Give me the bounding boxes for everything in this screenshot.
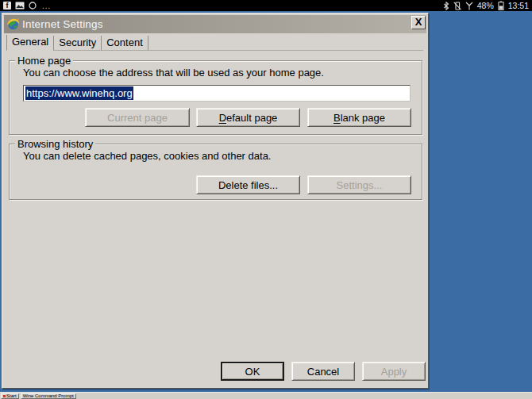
cancel-button[interactable]: Cancel	[291, 362, 355, 381]
battery-percent-label: 48%	[477, 1, 494, 10]
home-page-url-selected-text: https://www.winehq.org	[25, 86, 133, 100]
settings-button: Settings...	[307, 175, 411, 194]
gallery-notification-icon	[15, 2, 25, 10]
blank-page-button-label: Blank page	[333, 112, 385, 124]
internet-settings-window: Internet Settings X General Security Con…	[2, 13, 429, 389]
current-page-button-label: Current page	[107, 112, 168, 124]
browsing-history-group: Browsing history You can delete cached p…	[9, 144, 422, 200]
start-icon	[3, 395, 6, 397]
home-page-url-input[interactable]: https://www.winehq.org	[23, 85, 411, 102]
home-page-group: Home page You can choose the address tha…	[9, 60, 422, 135]
default-page-button-label: Default page	[219, 112, 278, 124]
android-status-bar: f ... 48% 13:51	[0, 0, 532, 11]
internet-settings-icon	[6, 17, 20, 31]
browsing-history-group-label: Browsing history	[15, 138, 95, 150]
taskbar-item-wine-command-prompt[interactable]: Wine Command Prompt	[21, 393, 76, 399]
dialog-footer: OK Cancel Apply	[221, 362, 426, 381]
bluetooth-icon	[443, 2, 449, 10]
ok-button[interactable]: OK	[221, 362, 284, 381]
tab-content[interactable]: Content	[101, 36, 148, 50]
browsing-history-description: You can delete cached pages, cookies and…	[23, 150, 271, 162]
home-page-group-label: Home page	[15, 55, 73, 67]
current-page-button: Current page	[85, 108, 190, 127]
window-title: Internet Settings	[22, 18, 103, 30]
taskbar-item-label: Wine Command Prompt	[23, 394, 74, 398]
more-notifications-ellipsis: ...	[42, 2, 51, 10]
signal-antenna-icon	[465, 2, 473, 10]
clock-label: 13:51	[508, 1, 529, 10]
tab-security[interactable]: Security	[53, 36, 101, 50]
titlebar[interactable]: Internet Settings	[4, 15, 426, 33]
app-notification-icon	[29, 2, 37, 10]
tab-general[interactable]: General	[6, 35, 53, 51]
facebook-notification-icon: f	[3, 2, 11, 10]
start-button[interactable]: Start	[1, 393, 19, 399]
close-button[interactable]: X	[411, 16, 426, 29]
battery-icon	[498, 1, 504, 10]
tab-strip: General Security Content	[6, 36, 423, 51]
cancel-button-label: Cancel	[307, 366, 339, 378]
delete-files-button-label: Delete files...	[218, 179, 278, 191]
mute-vibrate-icon	[453, 2, 461, 10]
ok-button-label: OK	[245, 366, 260, 378]
wine-taskbar: Start Wine Command Prompt	[0, 392, 532, 399]
delete-files-button[interactable]: Delete files...	[196, 175, 300, 194]
blank-page-button[interactable]: Blank page	[307, 108, 411, 127]
apply-button-label: Apply	[381, 366, 407, 378]
apply-button: Apply	[362, 362, 426, 381]
home-page-description: You can choose the address that will be …	[23, 67, 324, 79]
default-page-button[interactable]: Default page	[196, 108, 300, 127]
start-button-label: Start	[6, 394, 17, 398]
settings-button-label: Settings...	[337, 179, 383, 191]
